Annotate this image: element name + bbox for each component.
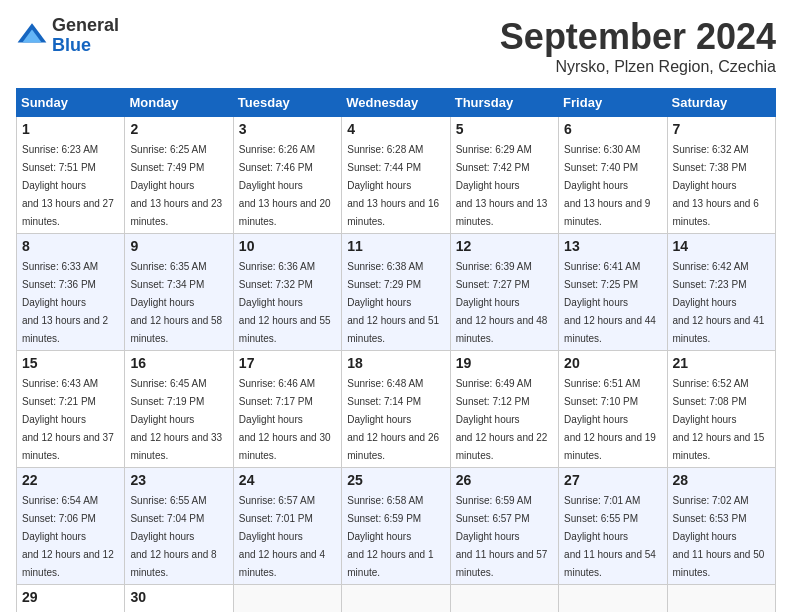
day-number: 11 — [347, 238, 444, 254]
calendar-cell: 27 Sunrise: 7:01 AMSunset: 6:55 PMDaylig… — [559, 468, 667, 585]
day-detail: Sunrise: 6:51 AMSunset: 7:10 PMDaylight … — [564, 378, 656, 461]
calendar-cell: 23 Sunrise: 6:55 AMSunset: 7:04 PMDaylig… — [125, 468, 233, 585]
calendar-cell: 17 Sunrise: 6:46 AMSunset: 7:17 PMDaylig… — [233, 351, 341, 468]
calendar-cell: 11 Sunrise: 6:38 AMSunset: 7:29 PMDaylig… — [342, 234, 450, 351]
day-number: 9 — [130, 238, 227, 254]
calendar-cell: 12 Sunrise: 6:39 AMSunset: 7:27 PMDaylig… — [450, 234, 558, 351]
calendar-cell: 30 Sunrise: 7:05 AMSunset: 6:49 PMDaylig… — [125, 585, 233, 613]
day-number: 23 — [130, 472, 227, 488]
day-detail: Sunrise: 7:01 AMSunset: 6:55 PMDaylight … — [564, 495, 656, 578]
logo-blue-text: Blue — [52, 35, 91, 55]
calendar-week-row: 22 Sunrise: 6:54 AMSunset: 7:06 PMDaylig… — [17, 468, 776, 585]
calendar-cell: 7 Sunrise: 6:32 AMSunset: 7:38 PMDayligh… — [667, 117, 775, 234]
calendar-week-row: 29 Sunrise: 7:04 AMSunset: 6:51 PMDaylig… — [17, 585, 776, 613]
day-number: 5 — [456, 121, 553, 137]
day-number: 12 — [456, 238, 553, 254]
calendar-cell: 3 Sunrise: 6:26 AMSunset: 7:46 PMDayligh… — [233, 117, 341, 234]
calendar-header-row: SundayMondayTuesdayWednesdayThursdayFrid… — [17, 89, 776, 117]
day-number: 28 — [673, 472, 770, 488]
day-number: 6 — [564, 121, 661, 137]
calendar-cell: 1 Sunrise: 6:23 AMSunset: 7:51 PMDayligh… — [17, 117, 125, 234]
day-detail: Sunrise: 6:38 AMSunset: 7:29 PMDaylight … — [347, 261, 439, 344]
calendar-week-row: 1 Sunrise: 6:23 AMSunset: 7:51 PMDayligh… — [17, 117, 776, 234]
day-detail: Sunrise: 6:33 AMSunset: 7:36 PMDaylight … — [22, 261, 108, 344]
day-detail: Sunrise: 6:41 AMSunset: 7:25 PMDaylight … — [564, 261, 656, 344]
day-number: 20 — [564, 355, 661, 371]
calendar-cell: 21 Sunrise: 6:52 AMSunset: 7:08 PMDaylig… — [667, 351, 775, 468]
page-header: General Blue September 2024 Nyrsko, Plze… — [16, 16, 776, 76]
day-number: 4 — [347, 121, 444, 137]
day-number: 14 — [673, 238, 770, 254]
day-detail: Sunrise: 6:25 AMSunset: 7:49 PMDaylight … — [130, 144, 222, 227]
calendar-cell: 20 Sunrise: 6:51 AMSunset: 7:10 PMDaylig… — [559, 351, 667, 468]
day-detail: Sunrise: 6:23 AMSunset: 7:51 PMDaylight … — [22, 144, 114, 227]
calendar-cell: 9 Sunrise: 6:35 AMSunset: 7:34 PMDayligh… — [125, 234, 233, 351]
day-detail: Sunrise: 6:26 AMSunset: 7:46 PMDaylight … — [239, 144, 331, 227]
day-detail: Sunrise: 6:43 AMSunset: 7:21 PMDaylight … — [22, 378, 114, 461]
day-number: 29 — [22, 589, 119, 605]
calendar-header-tuesday: Tuesday — [233, 89, 341, 117]
calendar-cell — [667, 585, 775, 613]
calendar-cell: 15 Sunrise: 6:43 AMSunset: 7:21 PMDaylig… — [17, 351, 125, 468]
calendar-subtitle: Nyrsko, Plzen Region, Czechia — [500, 58, 776, 76]
day-number: 19 — [456, 355, 553, 371]
day-detail: Sunrise: 6:49 AMSunset: 7:12 PMDaylight … — [456, 378, 548, 461]
calendar-week-row: 15 Sunrise: 6:43 AMSunset: 7:21 PMDaylig… — [17, 351, 776, 468]
day-number: 10 — [239, 238, 336, 254]
calendar-cell: 8 Sunrise: 6:33 AMSunset: 7:36 PMDayligh… — [17, 234, 125, 351]
calendar-header-sunday: Sunday — [17, 89, 125, 117]
day-number: 26 — [456, 472, 553, 488]
day-detail: Sunrise: 6:45 AMSunset: 7:19 PMDaylight … — [130, 378, 222, 461]
day-detail: Sunrise: 6:58 AMSunset: 6:59 PMDaylight … — [347, 495, 433, 578]
calendar-cell: 24 Sunrise: 6:57 AMSunset: 7:01 PMDaylig… — [233, 468, 341, 585]
day-number: 16 — [130, 355, 227, 371]
day-detail: Sunrise: 6:29 AMSunset: 7:42 PMDaylight … — [456, 144, 548, 227]
day-detail: Sunrise: 6:28 AMSunset: 7:44 PMDaylight … — [347, 144, 439, 227]
day-detail: Sunrise: 6:39 AMSunset: 7:27 PMDaylight … — [456, 261, 548, 344]
day-detail: Sunrise: 6:42 AMSunset: 7:23 PMDaylight … — [673, 261, 765, 344]
calendar-header-friday: Friday — [559, 89, 667, 117]
calendar-table: SundayMondayTuesdayWednesdayThursdayFrid… — [16, 88, 776, 612]
calendar-cell: 10 Sunrise: 6:36 AMSunset: 7:32 PMDaylig… — [233, 234, 341, 351]
calendar-cell: 28 Sunrise: 7:02 AMSunset: 6:53 PMDaylig… — [667, 468, 775, 585]
day-number: 2 — [130, 121, 227, 137]
day-detail: Sunrise: 6:46 AMSunset: 7:17 PMDaylight … — [239, 378, 331, 461]
calendar-cell: 29 Sunrise: 7:04 AMSunset: 6:51 PMDaylig… — [17, 585, 125, 613]
day-detail: Sunrise: 7:02 AMSunset: 6:53 PMDaylight … — [673, 495, 765, 578]
day-detail: Sunrise: 6:57 AMSunset: 7:01 PMDaylight … — [239, 495, 325, 578]
calendar-week-row: 8 Sunrise: 6:33 AMSunset: 7:36 PMDayligh… — [17, 234, 776, 351]
calendar-cell: 16 Sunrise: 6:45 AMSunset: 7:19 PMDaylig… — [125, 351, 233, 468]
logo: General Blue — [16, 16, 119, 56]
calendar-cell: 6 Sunrise: 6:30 AMSunset: 7:40 PMDayligh… — [559, 117, 667, 234]
day-detail: Sunrise: 6:48 AMSunset: 7:14 PMDaylight … — [347, 378, 439, 461]
day-detail: Sunrise: 6:59 AMSunset: 6:57 PMDaylight … — [456, 495, 548, 578]
calendar-cell — [342, 585, 450, 613]
day-detail: Sunrise: 6:30 AMSunset: 7:40 PMDaylight … — [564, 144, 650, 227]
calendar-cell: 22 Sunrise: 6:54 AMSunset: 7:06 PMDaylig… — [17, 468, 125, 585]
day-detail: Sunrise: 6:32 AMSunset: 7:38 PMDaylight … — [673, 144, 759, 227]
day-detail: Sunrise: 6:36 AMSunset: 7:32 PMDaylight … — [239, 261, 331, 344]
day-number: 8 — [22, 238, 119, 254]
day-number: 21 — [673, 355, 770, 371]
calendar-cell: 2 Sunrise: 6:25 AMSunset: 7:49 PMDayligh… — [125, 117, 233, 234]
calendar-cell — [559, 585, 667, 613]
day-number: 17 — [239, 355, 336, 371]
calendar-cell: 25 Sunrise: 6:58 AMSunset: 6:59 PMDaylig… — [342, 468, 450, 585]
day-number: 15 — [22, 355, 119, 371]
calendar-body: 1 Sunrise: 6:23 AMSunset: 7:51 PMDayligh… — [17, 117, 776, 613]
day-number: 13 — [564, 238, 661, 254]
calendar-cell: 18 Sunrise: 6:48 AMSunset: 7:14 PMDaylig… — [342, 351, 450, 468]
day-detail: Sunrise: 6:52 AMSunset: 7:08 PMDaylight … — [673, 378, 765, 461]
calendar-cell — [233, 585, 341, 613]
day-number: 25 — [347, 472, 444, 488]
day-number: 24 — [239, 472, 336, 488]
day-number: 7 — [673, 121, 770, 137]
logo-icon — [16, 20, 48, 52]
calendar-cell: 13 Sunrise: 6:41 AMSunset: 7:25 PMDaylig… — [559, 234, 667, 351]
calendar-cell — [450, 585, 558, 613]
day-detail: Sunrise: 6:55 AMSunset: 7:04 PMDaylight … — [130, 495, 216, 578]
calendar-cell: 26 Sunrise: 6:59 AMSunset: 6:57 PMDaylig… — [450, 468, 558, 585]
day-number: 30 — [130, 589, 227, 605]
day-number: 27 — [564, 472, 661, 488]
day-number: 1 — [22, 121, 119, 137]
